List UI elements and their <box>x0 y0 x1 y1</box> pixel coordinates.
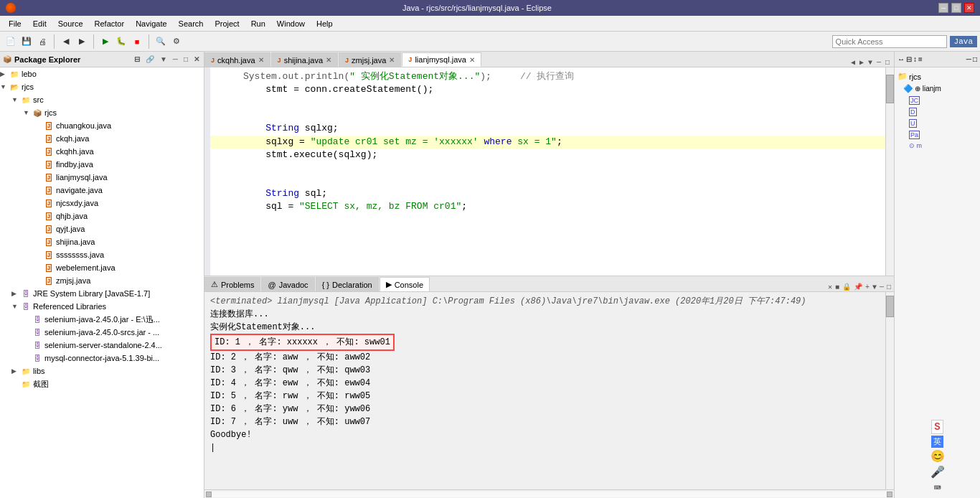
outline-d[interactable]: D <box>897 106 977 118</box>
editor-tab-zmjsj[interactable]: Jzmjsj.java✕ <box>339 52 401 67</box>
editor-tab-ckqhh[interactable]: Jckqhh.java✕ <box>204 52 270 67</box>
console-scrollbar[interactable] <box>885 292 894 489</box>
maximize-bottom-icon[interactable]: □ <box>887 283 891 291</box>
new-console-icon[interactable]: + <box>865 283 870 291</box>
lang-icon[interactable]: 英 <box>931 436 943 448</box>
tree-item[interactable]: ▼📂rjcs <box>0 80 204 93</box>
tree-item[interactable]: Jnavigate.java <box>0 184 204 197</box>
pin-console-icon[interactable]: 📌 <box>854 283 862 291</box>
sort-icon[interactable]: ↕ <box>913 55 917 63</box>
forward-button[interactable]: ▶ <box>74 34 90 50</box>
editor-max-btn[interactable]: □ <box>884 59 891 67</box>
menu-help[interactable]: Help <box>311 18 339 29</box>
view-menu-icon[interactable]: ▼ <box>159 55 169 63</box>
tree-item[interactable]: Jwebelement.java <box>0 261 204 274</box>
outline-u[interactable]: U <box>897 118 977 129</box>
close-panel-icon[interactable]: ✕ <box>192 55 201 63</box>
menu-search[interactable]: Search <box>173 18 209 29</box>
tree-item[interactable]: ▶🗄JRE System Library [JavaSE-1.7] <box>0 287 204 300</box>
tree-item[interactable]: 🗄selenium-java-2.45.0-srcs.jar - ... <box>0 326 204 339</box>
run-button[interactable]: ▶ <box>98 34 113 50</box>
tab-console[interactable]: ▶ Console <box>380 277 430 291</box>
outline-pa[interactable]: Pa <box>897 129 977 141</box>
tree-item[interactable]: 🗄selenium-java-2.45.0.jar - E:\迅... <box>0 313 204 326</box>
menu-project[interactable]: Project <box>209 18 245 29</box>
tree-item[interactable]: 🗄mysql-connector-java-5.1.39-bi... <box>0 352 204 365</box>
minimize-button[interactable]: ─ <box>938 3 948 13</box>
editor-forward-btn[interactable]: ▶ <box>858 58 865 67</box>
maximize-panel-icon[interactable]: □ <box>182 55 189 63</box>
tree-item[interactable]: 🗄selenium-server-standalone-2.4... <box>0 339 204 352</box>
debug-button[interactable]: 🐛 <box>113 34 129 50</box>
menu-refactor[interactable]: Refactor <box>89 18 131 29</box>
outline-max-icon[interactable]: □ <box>973 55 977 63</box>
tab-javadoc[interactable]: @ Javadoc <box>261 277 314 291</box>
outline-m[interactable]: ⊙ m <box>897 141 977 151</box>
collapse-all-icon[interactable]: ⊟ <box>133 55 141 63</box>
scroll-lock-icon[interactable]: 🔒 <box>842 283 851 291</box>
tab-close-ckqhh[interactable]: ✕ <box>258 56 264 64</box>
back-button[interactable]: ◀ <box>58 34 74 50</box>
menu-window[interactable]: Window <box>271 18 311 29</box>
editor-tab-shijina[interactable]: Jshijina.java✕ <box>271 52 338 67</box>
sync-icon[interactable]: ↔ <box>897 55 905 63</box>
tree-item[interactable]: Jfindby.java <box>0 158 204 171</box>
menu-file[interactable]: File <box>3 18 27 29</box>
quick-access-input[interactable] <box>832 35 947 48</box>
outline-min-icon[interactable]: ─ <box>966 55 971 63</box>
console-view-menu[interactable]: ▼ <box>872 283 877 291</box>
menu-run[interactable]: Run <box>245 18 271 29</box>
editor-tab-lianjmysql[interactable]: Jlianjmysql.java✕ <box>402 52 481 67</box>
sogou-icon[interactable]: S <box>931 420 943 434</box>
tab-close-zmjsj[interactable]: ✕ <box>389 56 395 64</box>
collapse-all-outline-icon[interactable]: ⊟ <box>906 55 912 63</box>
stop-button[interactable]: ■ <box>129 34 145 50</box>
menu-edit[interactable]: Edit <box>27 18 52 29</box>
tree-item[interactable]: ▶📁libs <box>0 365 204 377</box>
save-button[interactable]: 💾 <box>19 34 34 50</box>
close-button[interactable]: ✕ <box>964 3 974 13</box>
tree-item[interactable]: ▼🗄Referenced Libraries <box>0 300 204 313</box>
tree-item[interactable]: Jshijina.java <box>0 235 204 248</box>
tab-close-lianjmysql[interactable]: ✕ <box>469 56 475 64</box>
code-editor[interactable]: System.out.println(" 实例化Statement对象...")… <box>210 67 885 276</box>
search-button[interactable]: 🔍 <box>153 34 169 50</box>
link-with-editor-icon[interactable]: 🔗 <box>144 55 156 63</box>
tree-item[interactable]: Jqyjt.java <box>0 222 204 235</box>
minimize-bottom-icon[interactable]: ─ <box>880 283 884 291</box>
editor-menu-btn[interactable]: ▼ <box>867 59 874 67</box>
print-button[interactable]: 🖨 <box>34 34 50 50</box>
minimize-panel-icon[interactable]: ─ <box>171 55 179 63</box>
vertical-scrollbar[interactable] <box>885 67 894 276</box>
tree-item[interactable]: ▼📁src <box>0 93 204 106</box>
tree-item[interactable]: Jchuangkou.java <box>0 119 204 132</box>
terminate-button[interactable]: ■ <box>835 283 839 291</box>
tree-item[interactable]: Jckqhh.java <box>0 145 204 158</box>
tree-item[interactable]: Jzmjsj.java <box>0 274 204 287</box>
tree-item[interactable]: 📁截图 <box>0 377 204 390</box>
bottom-horizontal-scrollbar[interactable] <box>204 489 894 498</box>
tree-item[interactable]: Jckqh.java <box>0 132 204 145</box>
tab-problems[interactable]: ⚠ Problems <box>204 277 260 291</box>
title-bar-controls[interactable]: ─ □ ✕ <box>938 3 974 13</box>
tree-item[interactable]: Jnjcsxdy.java <box>0 197 204 210</box>
outline-lianjm[interactable]: 🔷 ⊕ lianjm <box>897 83 977 95</box>
maximize-button[interactable]: □ <box>951 3 961 13</box>
hide-fields-icon[interactable]: ≡ <box>918 55 923 63</box>
outline-jc[interactable]: JC <box>897 95 977 106</box>
editor-min-btn[interactable]: ─ <box>875 59 882 67</box>
tree-item[interactable]: ▶📁lebo <box>0 67 204 80</box>
tree-item[interactable]: Jlianjmysql.java <box>0 171 204 184</box>
tree-item[interactable]: Jssssssss.java <box>0 248 204 261</box>
tree-item[interactable]: Jqhjb.java <box>0 210 204 222</box>
tab-close-shijina[interactable]: ✕ <box>326 56 331 64</box>
menu-navigate[interactable]: Navigate <box>130 18 172 29</box>
tab-declaration[interactable]: { } Declaration <box>316 277 379 291</box>
editor-back-btn[interactable]: ◀ <box>849 58 857 67</box>
new-button[interactable]: 📄 <box>3 34 19 50</box>
perspective-java[interactable]: Java <box>950 36 977 47</box>
tree-item[interactable]: ▼📦rjcs <box>0 106 204 119</box>
clear-console-button[interactable]: ✕ <box>828 283 832 291</box>
refactor-button[interactable]: ⚙ <box>169 34 184 50</box>
outline-rjcs[interactable]: 📁 rjcs <box>897 70 977 83</box>
